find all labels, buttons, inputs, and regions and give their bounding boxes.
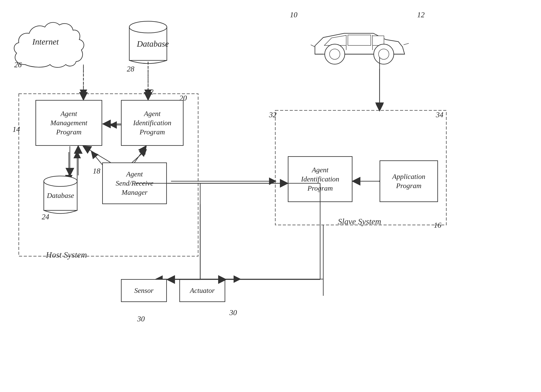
svg-point-5 — [329, 49, 340, 59]
ref-32: 32 — [269, 110, 276, 119]
slave-system-label: Slave System — [338, 217, 381, 226]
database-top-label: Database — [137, 39, 160, 49]
ref-30b: 30 — [229, 308, 237, 317]
ref-22: 22 — [146, 87, 154, 96]
svg-point-4 — [325, 44, 345, 64]
car — [311, 33, 409, 64]
ref-10: 10 — [290, 10, 297, 19]
application-program-box: Application Program — [380, 160, 438, 202]
ref-34: 34 — [436, 110, 443, 119]
agent-management-box: Agent Management Program — [36, 100, 102, 146]
host-system-label: Host System — [46, 250, 87, 260]
svg-point-7 — [379, 49, 389, 59]
ref-14: 14 — [12, 125, 20, 134]
actuator-box: Actuator — [179, 279, 225, 302]
diagram-svg — [0, 0, 541, 392]
svg-rect-2 — [348, 35, 371, 46]
svg-rect-3 — [373, 36, 384, 46]
agent-identification-slave-box: Agent Identification Program — [288, 156, 353, 202]
agent-identification-slave-label: Agent Identification Program — [301, 165, 339, 193]
sensor-label: Sensor — [134, 286, 154, 295]
agent-send-receive-box: Agent Send/Receive Manager — [102, 163, 167, 204]
svg-text:Database: Database — [47, 192, 74, 199]
internet-label: Internet — [32, 36, 59, 47]
ref-26: 26 — [14, 60, 22, 69]
application-program-label: Application Program — [392, 172, 426, 190]
actuator-label: Actuator — [190, 286, 215, 295]
diagram: Internet 26 Database 28 10 12 22 20 14 1… — [0, 0, 541, 392]
agent-management-label: Agent Management Program — [50, 109, 87, 137]
ref-12: 12 — [417, 10, 425, 19]
database-host-svg: Database — [42, 175, 79, 217]
ref-16: 16 — [434, 221, 441, 229]
svg-point-16 — [44, 176, 77, 186]
agent-identification-host-box: Agent Identification Program — [121, 100, 183, 146]
ref-18: 18 — [93, 167, 100, 175]
ref-28: 28 — [127, 65, 134, 73]
agent-send-receive-label: Agent Send/Receive Manager — [115, 169, 153, 197]
agent-identification-host-label: Agent Identification Program — [133, 109, 171, 137]
svg-point-1 — [129, 21, 167, 33]
svg-point-6 — [374, 44, 394, 64]
svg-line-14 — [404, 43, 409, 45]
sensor-box: Sensor — [121, 279, 167, 302]
ref-30a: 30 — [137, 315, 145, 323]
svg-line-13 — [311, 45, 315, 47]
